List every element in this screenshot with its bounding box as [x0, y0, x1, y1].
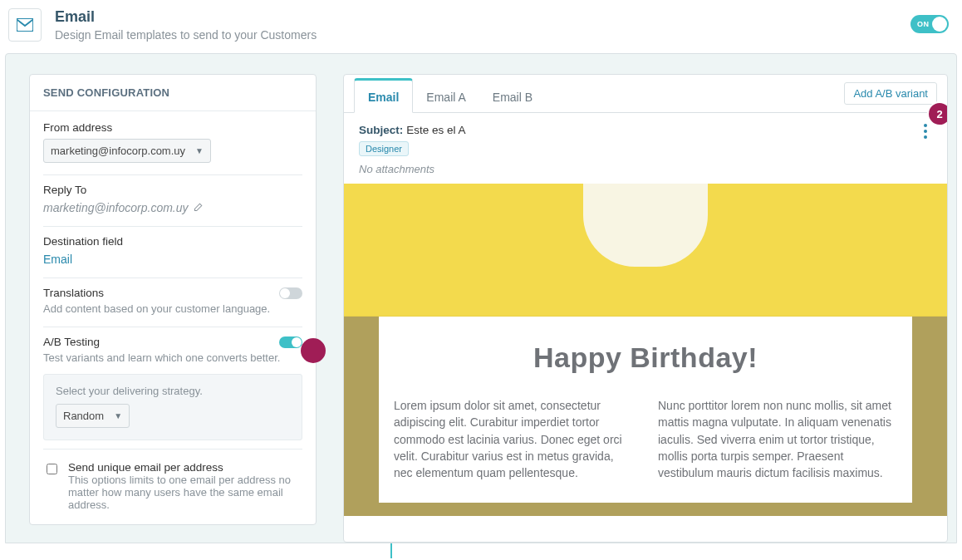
strategy-label: Select your delivering strategy. [56, 385, 290, 397]
page-title: Email [55, 8, 317, 27]
chevron-down-icon: ▼ [114, 411, 122, 420]
add-variant-button[interactable]: Add A/B variant [844, 82, 937, 105]
subject-bar: Subject: Este es el A Designer No attach… [344, 113, 947, 184]
chevron-down-icon: ▼ [195, 146, 204, 155]
page-header: Email Design Email templates to send to … [0, 0, 962, 53]
email-body-preview: Happy Birthday! Lorem ipsum dolor sit am… [344, 184, 947, 516]
email-copy-col1: Lorem ipsum dolor sit amet, consectetur … [394, 397, 633, 481]
email-preview-panel: 2 Email Email A Email B Add A/B variant … [343, 74, 948, 543]
channel-toggle[interactable]: ON [910, 15, 949, 33]
ab-testing-label: A/B Testing [43, 336, 100, 348]
strategy-value: Random [63, 410, 104, 422]
send-configuration-panel: SEND CONFIGURATION From address marketin… [29, 74, 317, 525]
unique-email-help: This options limits to one email per add… [68, 474, 292, 511]
reply-to-value: marketing@infocorp.com.uy [43, 201, 189, 214]
ab-testing-help: Test variants and learn which one conver… [43, 351, 302, 364]
subject-label: Subject: [359, 124, 403, 136]
translations-label: Translations [43, 287, 104, 299]
divider [43, 174, 302, 175]
divider [43, 449, 302, 449]
variant-count-badge: 2 [929, 103, 948, 125]
destination-field-label: Destination field [43, 235, 302, 248]
variant-tabs: Email Email A Email B Add A/B variant [344, 75, 947, 113]
workspace: SEND CONFIGURATION From address marketin… [5, 53, 957, 543]
hero-image [344, 184, 947, 317]
email-icon [8, 8, 42, 42]
from-address-select[interactable]: marketing@infocorp.com.uy ▼ [43, 139, 211, 163]
unique-email-checkbox[interactable] [47, 464, 57, 474]
ab-testing-toggle[interactable] [279, 336, 302, 348]
toggle-on-label: ON [917, 20, 930, 28]
email-content: Happy Birthday! Lorem ipsum dolor sit am… [379, 317, 912, 503]
more-menu-icon[interactable] [917, 121, 934, 141]
divider [43, 327, 302, 327]
attachments-note: No attachments [359, 163, 932, 175]
reply-to-label: Reply To [43, 184, 302, 196]
destination-field-value[interactable]: Email [43, 253, 72, 266]
panel-title: SEND CONFIGURATION [30, 75, 316, 111]
tab-email-a[interactable]: Email A [413, 81, 479, 112]
email-copy-col2: Nunc porttitor lorem non nunc mollis, si… [658, 397, 897, 481]
tab-email[interactable]: Email [354, 78, 413, 113]
from-address-label: From address [43, 121, 302, 134]
divider [43, 226, 302, 227]
divider [43, 278, 302, 278]
strategy-select[interactable]: Random ▼ [56, 404, 130, 428]
tab-email-b[interactable]: Email B [479, 81, 546, 112]
delivery-strategy-box: Select your delivering strategy. Random … [43, 374, 302, 440]
from-address-value: marketing@infocorp.com.uy [51, 145, 185, 157]
edit-icon[interactable] [194, 201, 204, 214]
subject-value: Este es el A [406, 124, 465, 136]
translations-help: Add content based on your customer langu… [43, 302, 302, 315]
email-heading: Happy Birthday! [394, 341, 897, 374]
page-subtitle: Design Email templates to send to your C… [55, 28, 317, 42]
tour-highlight-dot [301, 338, 326, 363]
unique-email-label: Send unique email per address [68, 461, 292, 474]
translations-toggle[interactable] [279, 287, 302, 299]
timeline-connector [390, 543, 962, 558]
designer-tag[interactable]: Designer [359, 141, 409, 156]
